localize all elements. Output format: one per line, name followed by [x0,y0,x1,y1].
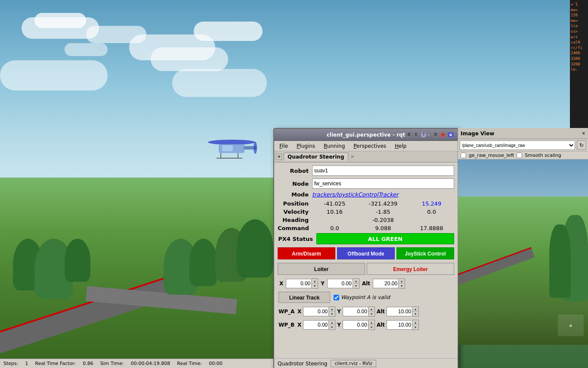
rtf-label: Real Time Factor: [35,361,76,366]
node-row: Node [276,178,456,189]
y-up-arrow[interactable]: ▲ [353,279,359,284]
x-input[interactable] [286,279,312,288]
loiter-row: Loiter Emergy Loiter [276,262,456,276]
wp-b-x-input[interactable] [303,320,329,330]
steering-tab[interactable]: Quadrotor Steering [284,153,348,161]
robot-input[interactable] [312,165,454,176]
tab-expand-btn[interactable]: ⊞ [276,154,282,160]
menu-plugins[interactable]: Plugins [293,142,319,150]
command-values: 0.0 9.088 17.8888 [312,225,454,231]
command-y: 9.088 [368,225,398,231]
title-O-btn[interactable]: O [433,132,439,138]
wp-b-y-up[interactable]: ▲ [368,320,374,325]
wp-a-alt-down[interactable]: ▼ [412,312,418,316]
wp-b-y-input[interactable] [343,320,368,330]
loiter-button[interactable]: Loiter [278,263,365,275]
terminal-line: ert [571,34,587,40]
alt-down-arrow[interactable]: ▼ [399,284,405,288]
wp-a-x-label: X [297,309,301,315]
command-label: Command [278,225,312,231]
rviz-badge[interactable]: client.rviz - RViz [331,360,376,367]
terminal-line: 158 [571,12,587,18]
wp-a-y-arrows: ▲ ▼ [368,306,375,317]
px4-status-btn[interactable]: ALL GREEN [316,233,454,244]
menu-perspectives[interactable]: Perspectives [350,142,390,150]
image-view-close-icon[interactable]: ✕ [582,131,585,136]
mode-row: Mode trackers/JoystickControlTracker [276,191,456,198]
position-row: Position -41.025 -321.4239 15.249 [276,200,456,207]
y-label: Y [321,281,325,287]
aerial-view: ● [458,159,588,345]
svg-point-4 [254,142,257,154]
y-input[interactable] [327,279,353,288]
x-down-arrow[interactable]: ▼ [312,284,318,288]
tree [237,219,273,278]
alt-up-arrow[interactable]: ▲ [399,279,405,284]
smooth-scaling-label: Smooth scaling [525,153,561,158]
joystick-control-button[interactable]: JoyStick Control [396,247,454,259]
tree [189,239,217,286]
alt-input[interactable] [373,279,399,288]
title-help-btn[interactable]: ? [421,132,427,138]
wp-b-alt-down[interactable]: ▼ [412,325,418,330]
menu-file[interactable]: File [276,142,291,150]
title-C-btn[interactable]: C [413,132,419,138]
coord-row: X ▲ ▼ Y ▲ ▼ Alt ▲ ▼ [276,278,456,290]
arm-disarm-button[interactable]: Arm/Disarm [278,247,335,259]
mode-label: Mode [278,191,312,198]
x-up-arrow[interactable]: ▲ [312,279,318,284]
image-view-tab-label: Image View [461,131,494,137]
wp-b-x-down[interactable]: ▼ [329,325,335,330]
wp-a-y-down[interactable]: ▼ [368,312,374,316]
terminal-line: 3200 [571,62,587,67]
wp-a-y-spinbox: ▲ ▼ [343,306,375,317]
alt-label: Alt [362,281,370,287]
wp-b-x-up[interactable]: ▲ [329,320,335,325]
camera-topic-select[interactable]: /plane_cam/usb_cam/image_raw [460,140,575,150]
wp-a-y-up[interactable]: ▲ [368,307,374,312]
tree [65,239,90,282]
tab-close-icon[interactable]: ✕ [349,153,356,160]
velocity-x: 10.16 [319,209,350,215]
cam-sky [458,159,588,196]
heading-label: Heading [278,217,312,223]
rqt-bottom-label: Quadrotor Steering [278,361,327,367]
svg-rect-2 [222,145,233,151]
simulator-status-bar: Steps: 1 Real Time Factor: 0.86 Sim Time… [0,359,275,368]
wp-b-alt-input[interactable] [387,320,412,330]
wp-a-x-input[interactable] [303,307,329,316]
mode-value[interactable]: trackers/JoystickControlTracker [312,191,399,198]
waypoint-checkbox[interactable] [334,295,339,300]
wp-b-x-spinbox: ▲ ▼ [303,320,335,330]
wp-b-y-down[interactable]: ▼ [368,325,374,330]
wp-a-x-up[interactable]: ▲ [329,307,335,312]
robot-label: Robot [278,168,312,174]
menu-running[interactable]: Running [320,142,348,150]
steering-content: Robot Node Mode trackers/JoystickControl… [274,162,458,335]
node-input[interactable] [312,178,454,189]
sim-time-value: 00:00:04:19.808 [131,361,170,366]
title-close-btn[interactable]: ✕ [440,132,446,138]
wp-a-alt-spinbox: ▲ ▼ [387,306,419,317]
smooth-scaling-checkbox[interactable] [517,153,522,158]
wp-b-alt-up[interactable]: ▲ [412,320,418,325]
title-img-btn[interactable]: ▣ [447,132,454,138]
cloud [65,43,108,56]
wp-a-alt-input[interactable] [387,307,412,316]
y-down-arrow[interactable]: ▼ [353,284,359,288]
wp-a-y-input[interactable] [343,307,368,316]
alt-spinbox: ▲ ▼ [373,278,405,289]
emergy-loiter-button[interactable]: Emergy Loiter [367,263,454,275]
terminal-line: me= [571,7,587,13]
command-row: Command 0.0 9.088 17.8888 [276,225,456,232]
command-x: 0.0 [319,225,350,231]
title-D-btn[interactable]: D [406,132,412,138]
cloud [194,22,263,41]
camera-refresh-button[interactable]: ↻ [577,140,586,150]
ge-mouse-checkbox[interactable] [461,153,466,158]
menu-help[interactable]: Help [391,142,410,150]
offboard-mode-button[interactable]: Offboard Mode [337,247,395,259]
wp-a-x-down[interactable]: ▼ [329,312,335,316]
wp-a-alt-up[interactable]: ▲ [412,307,418,312]
linear-track-button[interactable]: Linear Track [279,292,330,303]
